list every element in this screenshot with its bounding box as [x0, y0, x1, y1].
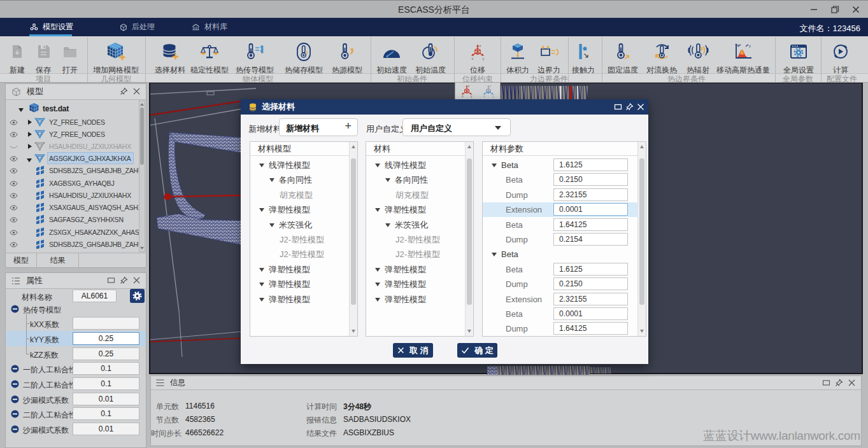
svg-text:z: z [737, 43, 739, 47]
svg-text:x: x [472, 57, 474, 60]
svg-text:x: x [462, 95, 464, 98]
svg-text:y: y [492, 95, 494, 98]
svg-text:x: x [483, 95, 485, 98]
svg-text:y: y [749, 44, 751, 48]
svg-text:y: y [471, 95, 473, 98]
svg-text:z: z [480, 44, 481, 48]
svg-text:z: z [490, 84, 492, 87]
svg-text:y: y [483, 57, 485, 60]
svg-text:z: z [468, 84, 470, 87]
